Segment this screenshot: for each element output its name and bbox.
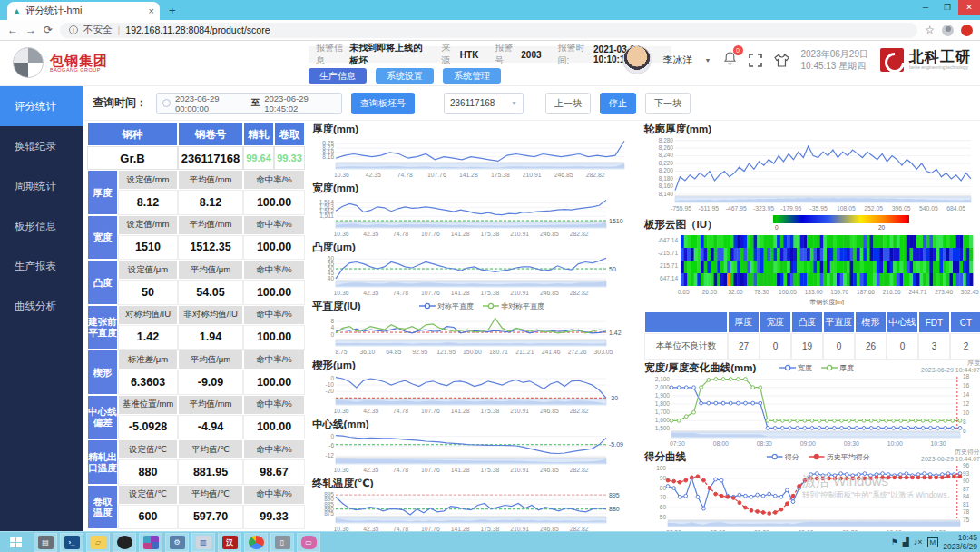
sidebar-item-曲线分析[interactable]: 曲线分析 bbox=[0, 286, 83, 326]
info-icon[interactable]: i bbox=[69, 25, 78, 34]
svg-text:100: 100 bbox=[656, 465, 666, 471]
row-value: 100.00 bbox=[243, 370, 305, 395]
legend-item[interactable]: 对称平直度 bbox=[419, 301, 474, 311]
volume-muted-icon[interactable]: ♪× bbox=[914, 537, 923, 547]
alarm-source-label: 来源 bbox=[441, 42, 456, 67]
chart-flatness: 平直度(IU)对称平直度非对称平直度8401.428.7536.1064.859… bbox=[312, 300, 639, 359]
legend-item[interactable]: 得分 bbox=[767, 452, 799, 462]
sidebar-item-生产报表[interactable]: 生产报表 bbox=[0, 246, 83, 286]
svg-text:-179.95: -179.95 bbox=[780, 205, 801, 212]
chart-profile-thickness: 轮廓厚度(mm)8,2808,2608,2408,2208,2008,1808,… bbox=[644, 123, 980, 215]
header-datetime: 2023年06月29日 10:45:13 星期四 bbox=[801, 48, 869, 72]
legend-item[interactable]: 厚度 bbox=[821, 363, 854, 373]
fullscreen-icon[interactable] bbox=[749, 54, 762, 67]
svg-text:50: 50 bbox=[609, 266, 616, 272]
notification-bell[interactable]: 0 bbox=[723, 51, 737, 69]
user-caret-icon[interactable]: ▼ bbox=[705, 57, 711, 64]
reload-icon[interactable]: ⟳ bbox=[44, 24, 53, 36]
header-nav-系统设置[interactable]: 系统设置 bbox=[376, 68, 434, 84]
colorbar: 020 bbox=[773, 215, 909, 223]
query-slab-button[interactable]: 查询板坯号 bbox=[351, 93, 415, 114]
taskbar-icon-sql-tool[interactable]: 汉 bbox=[218, 533, 241, 552]
taskbar-clock[interactable]: 10:45 2023/6/29 bbox=[943, 533, 977, 551]
header-nav-生产信息[interactable]: 生产信息 bbox=[309, 68, 367, 84]
svg-text:16: 16 bbox=[963, 382, 970, 389]
taskbar-icon-database-tool[interactable]: ▭ bbox=[297, 533, 320, 552]
svg-text:141.28: 141.28 bbox=[451, 408, 470, 414]
defect-header: FDT bbox=[918, 311, 950, 333]
sidebar-item-板形信息[interactable]: 板形信息 bbox=[0, 206, 83, 246]
alarm-code-value: 2003 bbox=[521, 50, 541, 60]
shirt-icon[interactable] bbox=[774, 54, 789, 67]
row-subheader: 设定值/℃ bbox=[118, 485, 178, 505]
bookmark-star-icon[interactable]: ☆ bbox=[925, 24, 935, 36]
tab-close-icon[interactable]: × bbox=[149, 5, 154, 16]
taskbar-icon-chrome[interactable] bbox=[244, 533, 268, 552]
query-time-range-input[interactable]: 2023-06-29 00:00:00 至 2023-06-29 10:45:0… bbox=[156, 93, 342, 114]
taskbar-icon-computer-management[interactable]: ▯ bbox=[270, 533, 294, 552]
svg-text:90: 90 bbox=[660, 475, 667, 481]
taskbar-icon-visual-studio[interactable] bbox=[139, 533, 162, 552]
colorbar-min: 0 bbox=[775, 224, 779, 231]
alarm-info-value: 未找到即将上线的板坯 bbox=[349, 42, 425, 67]
row-value: 881.95 bbox=[178, 459, 243, 485]
user-name[interactable]: 李冰洋 bbox=[663, 54, 693, 67]
taskbar-icon-qq[interactable] bbox=[113, 533, 136, 552]
ime-icon[interactable]: M bbox=[927, 537, 939, 547]
url-text: 192.168.11.28:8084/product/score bbox=[125, 25, 270, 35]
window-restore-button[interactable]: ❐ bbox=[936, 0, 958, 15]
svg-text:1510: 1510 bbox=[609, 218, 623, 224]
defect-header: 平直度 bbox=[823, 311, 855, 333]
svg-text:09:30: 09:30 bbox=[844, 440, 859, 447]
taskbar-icon-report-viewer[interactable]: ▥ bbox=[191, 533, 215, 552]
svg-text:8,220: 8,220 bbox=[659, 160, 674, 166]
next-coil-button[interactable]: 下一块 bbox=[645, 93, 691, 114]
row-subheader: 命中率/% bbox=[243, 260, 305, 280]
svg-text:0: 0 bbox=[330, 433, 334, 439]
forward-icon[interactable]: → bbox=[25, 24, 36, 36]
chart-title: 板形云图（IU） bbox=[644, 218, 718, 232]
svg-text:10.36: 10.36 bbox=[334, 172, 349, 178]
window-close-button[interactable]: ✕ bbox=[958, 0, 980, 15]
legend-item[interactable]: 历史平均得分 bbox=[808, 452, 870, 462]
legend-item[interactable]: 宽度 bbox=[779, 363, 812, 373]
sidebar-item-换辊纪录[interactable]: 换辊纪录 bbox=[0, 126, 83, 166]
start-button[interactable] bbox=[0, 532, 31, 552]
user-avatar[interactable] bbox=[622, 45, 652, 74]
svg-text:895: 895 bbox=[609, 492, 620, 498]
stop-button[interactable]: 停止 bbox=[600, 93, 636, 114]
omnibox[interactable]: i 不安全 | 192.168.11.28:8084/product/score bbox=[60, 23, 917, 38]
back-icon[interactable]: ← bbox=[7, 24, 18, 36]
coil-select[interactable]: 236117168 ▼ bbox=[444, 93, 524, 114]
browser-tab[interactable]: ▲ 评分统计-hmi × bbox=[7, 2, 160, 20]
row-subheader: 平均值/mm bbox=[178, 395, 243, 415]
browser-urlbar: ← → ⟳ i 不安全 | 192.168.11.28:8084/product… bbox=[0, 20, 980, 41]
taskbar-icon-powershell[interactable]: ›_ bbox=[60, 533, 83, 552]
content: 查询时间： 2023-06-29 00:00:00 至 2023-06-29 1… bbox=[83, 86, 980, 531]
svg-text:216.56: 216.56 bbox=[883, 289, 901, 295]
svg-text:106.05: 106.05 bbox=[779, 289, 797, 295]
defect-header: 中心线 bbox=[887, 311, 918, 333]
window-minimize-button[interactable]: ─ bbox=[915, 0, 936, 15]
svg-text:10: 10 bbox=[963, 409, 970, 416]
sidebar: 评分统计换辊纪录周期统计板形信息生产报表曲线分析 bbox=[0, 86, 83, 531]
svg-text:-467.95: -467.95 bbox=[726, 205, 747, 212]
prev-coil-button[interactable]: 上一块 bbox=[545, 93, 591, 114]
taskbar-icon-file-explorer[interactable]: ▱ bbox=[86, 533, 110, 552]
header-nav-系统管理[interactable]: 系统管理 bbox=[443, 68, 501, 84]
taskbar-icon-control-panel[interactable]: ⚙ bbox=[165, 533, 189, 552]
svg-text:8,160: 8,160 bbox=[659, 182, 674, 189]
browser-profile-icon[interactable] bbox=[942, 25, 954, 36]
new-tab-button[interactable]: + bbox=[169, 4, 176, 17]
legend-item[interactable]: 非对称平直度 bbox=[483, 301, 544, 311]
sidebar-item-周期统计[interactable]: 周期统计 bbox=[0, 166, 83, 206]
svg-text:18: 18 bbox=[963, 374, 970, 380]
row-label: 凸度 bbox=[87, 260, 118, 305]
browser-update-icon[interactable] bbox=[961, 25, 973, 36]
network-icon[interactable]: ▟ bbox=[903, 537, 909, 547]
language-flag-icon[interactable]: ⚑ bbox=[891, 537, 898, 547]
sidebar-item-评分统计[interactable]: 评分统计 bbox=[0, 86, 83, 126]
taskbar-icon-server-manager[interactable]: ▤ bbox=[34, 533, 57, 552]
row-value: 8.12 bbox=[118, 190, 178, 215]
svg-text:08:00: 08:00 bbox=[713, 440, 729, 447]
